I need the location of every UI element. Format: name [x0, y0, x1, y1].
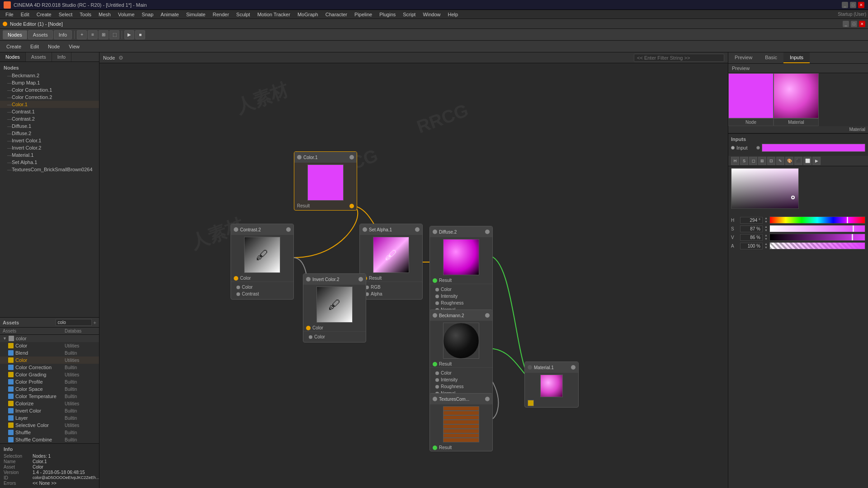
tree-item-diffuse2[interactable]: Diffuse.2: [0, 130, 99, 137]
node-material1[interactable]: Material.1: [524, 361, 579, 408]
node-color1[interactable]: Color.1 Result: [294, 151, 357, 211]
sidebar-tab-nodes[interactable]: Nodes: [0, 52, 26, 61]
toolbar2-edit[interactable]: Edit: [27, 42, 42, 51]
hsva-bar-h[interactable]: [769, 216, 865, 224]
hsva-down-a[interactable]: ▼: [764, 246, 768, 249]
tree-item-invertcolor1[interactable]: Invert Color.1: [0, 137, 99, 144]
asset-group-color[interactable]: ▼ color: [0, 335, 99, 342]
menu-render[interactable]: Render: [209, 11, 232, 18]
asset-item-colorize[interactable]: Colorize Utilities: [0, 400, 99, 407]
tree-item-invertcolor2[interactable]: Invert Color.2: [0, 144, 99, 151]
menu-snap[interactable]: Snap: [138, 11, 157, 18]
tree-item-color1[interactable]: Color.1: [0, 101, 99, 108]
assets-add-icon[interactable]: +: [94, 320, 96, 325]
editor-maximize[interactable]: □: [851, 21, 857, 27]
tree-item-colorcorrection1[interactable]: Color Correction.1: [0, 86, 99, 94]
close-btn[interactable]: ✕: [858, 2, 864, 8]
menu-file[interactable]: File: [2, 11, 17, 18]
asset-item-invert-color[interactable]: Invert Color Builtin: [0, 407, 99, 414]
toolbar-btn-frame[interactable]: ⬚: [109, 30, 119, 39]
hsva-down-h[interactable]: ▼: [764, 220, 768, 224]
asset-item-color-temp[interactable]: Color Temperature Builtin: [0, 393, 99, 400]
menu-create[interactable]: Create: [33, 11, 55, 18]
tree-item-bumpmap1[interactable]: Bump Map.1: [0, 79, 99, 86]
toolbar-btn-add[interactable]: +: [77, 30, 87, 39]
toolbar-btn-play[interactable]: ▶: [124, 30, 134, 39]
hsva-up-h[interactable]: ▲: [764, 216, 768, 220]
asset-item-layer[interactable]: Layer Builtin: [0, 414, 99, 422]
hsva-up-a[interactable]: ▲: [764, 242, 768, 246]
hsva-down-v[interactable]: ▼: [764, 237, 768, 241]
toolbar-btn-align[interactable]: ≡: [88, 30, 98, 39]
color-tool-2[interactable]: S: [740, 157, 748, 165]
toolbar2-view[interactable]: View: [65, 42, 83, 51]
asset-item-color-space[interactable]: Color Space Builtin: [0, 385, 99, 393]
asset-item-color-correction[interactable]: Color Correction Builtin: [0, 364, 99, 371]
menu-motion-tracker[interactable]: Motion Tracker: [254, 11, 294, 18]
tree-item-contrast2[interactable]: Contrast.2: [0, 115, 99, 122]
menu-window[interactable]: Window: [419, 11, 444, 18]
right-tab-preview[interactable]: Preview: [728, 52, 759, 63]
toolbar-tab-nodes[interactable]: Nodes: [3, 30, 27, 39]
hsva-up-s[interactable]: ▲: [764, 225, 768, 229]
asset-item-color-profile[interactable]: Color Profile Builtin: [0, 378, 99, 385]
maximize-btn[interactable]: □: [850, 2, 856, 8]
color-tool-9[interactable]: ⬜: [803, 157, 811, 165]
right-tab-basic[interactable]: Basic: [759, 52, 783, 63]
hsva-value-a[interactable]: [740, 243, 763, 249]
color-tool-1[interactable]: H: [731, 157, 739, 165]
editor-minimize[interactable]: _: [843, 21, 849, 27]
hsva-down-s[interactable]: ▼: [764, 229, 768, 232]
menu-tools[interactable]: Tools: [76, 11, 95, 18]
node-invert2[interactable]: Invert Color.2 🖋 Color Color: [303, 273, 366, 343]
menu-edit[interactable]: Edit: [17, 11, 33, 18]
asset-item-selective[interactable]: Selective Color Utilities: [0, 422, 99, 429]
sidebar-tab-info[interactable]: Info: [52, 52, 71, 61]
editor-close[interactable]: ✕: [859, 21, 865, 27]
node-textures[interactable]: TexturesCom... Result: [429, 393, 493, 451]
color-bar-input[interactable]: [762, 144, 865, 152]
canvas-filter-input[interactable]: [634, 54, 724, 62]
tree-item-diffuse1[interactable]: Diffuse.1: [0, 122, 99, 130]
menu-simulate[interactable]: Simulate: [183, 11, 209, 18]
assets-filter-input[interactable]: [56, 319, 92, 326]
tree-item-textures[interactable]: TexturesCom_BrickSmallBrown0264: [0, 166, 99, 173]
menu-pipeline[interactable]: Pipeline: [351, 11, 376, 18]
asset-item-color2[interactable]: Color Utilities: [0, 357, 99, 364]
minimize-btn[interactable]: _: [842, 2, 848, 8]
hsva-value-s[interactable]: [740, 225, 763, 232]
color-tool-8[interactable]: ⬛: [794, 157, 802, 165]
color-tool-4[interactable]: ⊞: [758, 157, 766, 165]
color-picker-gradient[interactable]: [731, 168, 799, 209]
hsva-bar-s[interactable]: [769, 225, 865, 232]
hsva-bar-a[interactable]: [769, 242, 865, 249]
sidebar-tab-assets[interactable]: Assets: [26, 52, 52, 61]
color-tool-3[interactable]: ◻: [749, 157, 757, 165]
canvas-bg[interactable]: 人素材 RRCG 人素材 RRCG: [99, 63, 728, 488]
menu-help[interactable]: Help: [444, 11, 462, 18]
hsva-bar-v[interactable]: [769, 234, 865, 241]
right-tab-inputs[interactable]: Inputs: [783, 52, 810, 63]
menu-plugins[interactable]: Plugins: [376, 11, 399, 18]
asset-item-color-grading[interactable]: Color Grading Utilities: [0, 371, 99, 378]
tree-item-beckmann2[interactable]: Beckmann.2: [0, 72, 99, 79]
menu-animate[interactable]: Animate: [157, 11, 182, 18]
color-tool-10[interactable]: ▶: [812, 157, 821, 165]
tree-item-contrast1[interactable]: Contrast.1: [0, 108, 99, 115]
toolbar-tab-assets[interactable]: Assets: [28, 30, 53, 39]
asset-item-blend[interactable]: Blend Builtin: [0, 349, 99, 357]
menu-select[interactable]: Select: [55, 11, 76, 18]
toolbar2-create[interactable]: Create: [3, 42, 25, 51]
menu-character[interactable]: Character: [322, 11, 351, 18]
hsva-value-h[interactable]: [740, 217, 763, 224]
node-diffuse2[interactable]: Diffuse.2 Result Color: [429, 226, 493, 322]
hsva-value-v[interactable]: [740, 234, 763, 241]
node-setalpha1[interactable]: Set Alpha.1 🖋 Result RGB: [359, 224, 423, 300]
toolbar2-node[interactable]: Node: [44, 42, 63, 51]
menu-sculpt[interactable]: Sculpt: [233, 11, 254, 18]
asset-item-shuffle[interactable]: Shuffle Builtin: [0, 429, 99, 436]
node-contrast2[interactable]: Contrast.2 🖋 Color Color: [231, 224, 294, 300]
color-tool-7[interactable]: 🎨: [785, 157, 793, 165]
settings-icon[interactable]: ⚙: [118, 55, 123, 61]
toolbar-tab-info[interactable]: Info: [54, 30, 72, 39]
